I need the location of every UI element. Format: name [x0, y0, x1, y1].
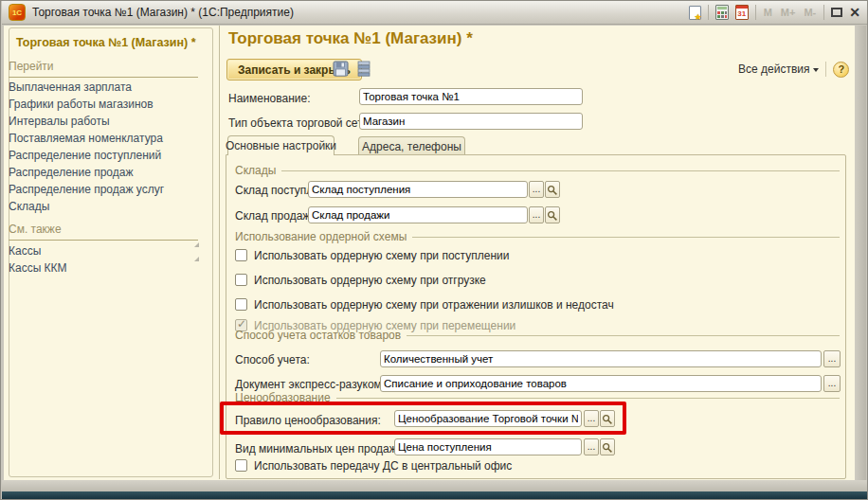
name-input[interactable]: [359, 88, 583, 105]
scroll-grip-icon: [194, 242, 199, 247]
sidebar-item-kkm-cash-desks[interactable]: Кассы ККМ: [9, 261, 67, 275]
sidebar-item-cash-desks[interactable]: Кассы: [9, 244, 41, 258]
order-scheme-receipt-label: Использовать ордерную схему при поступле…: [254, 249, 509, 262]
accounting-method-select-button[interactable]: ...: [823, 350, 841, 367]
sidebar-current-object-link[interactable]: Торговая точка №1 (Магазин) *: [16, 36, 196, 49]
maximize-button[interactable]: [831, 8, 842, 17]
sales-warehouse-select-button[interactable]: ...: [529, 206, 544, 223]
order-scheme-surplus-checkbox[interactable]: [235, 298, 247, 311]
group-stock-accounting: Способ учета остатков товаров: [235, 329, 840, 342]
order-scheme-shipment-label: Использовать ордерную схему при отгрузке: [254, 274, 486, 287]
chevron-down-icon: [813, 68, 819, 72]
memory-m-button: M: [763, 7, 773, 18]
receipt-warehouse-open-button[interactable]: [545, 181, 560, 198]
memory-m-minus-button: M-: [803, 7, 817, 18]
titlebar-separator: [823, 5, 824, 20]
transfer-funds-label: Использовать передачу ДС в центральный о…: [254, 459, 512, 473]
journal-list-icon[interactable]: [357, 61, 371, 77]
sidebar-item-store-schedules[interactable]: Графики работы магазинов: [9, 98, 154, 111]
object-type-input[interactable]: [359, 113, 583, 130]
sidebar-item-supplied-nomenclature[interactable]: Поставляемая номенклатура: [9, 132, 163, 145]
sidebar-item-receipt-distribution[interactable]: Распределение поступлений: [9, 149, 161, 162]
accounting-method-label: Способ учета:: [235, 353, 310, 366]
titlebar-separator: [708, 5, 709, 20]
title-bar: 1С Торговая точка №1 (Магазин) * (1С:Пре…: [2, 1, 868, 25]
object-type-field-label: Тип объекта торговой сети:: [228, 116, 372, 130]
transfer-funds-checkbox[interactable]: [235, 459, 247, 472]
annotation-highlight-box: [220, 402, 626, 435]
sales-warehouse-open-button[interactable]: [545, 206, 560, 223]
app-logo-1c-icon: 1С: [9, 4, 26, 21]
accounting-method-input[interactable]: [380, 350, 822, 367]
window-title: Торговая точка №1 (Магазин) * (1С:Предпр…: [32, 6, 294, 19]
favorites-page-icon[interactable]: ★: [689, 6, 701, 20]
order-scheme-receipt-checkbox[interactable]: [235, 249, 247, 261]
sidebar-item-sales-distribution[interactable]: Распределение продаж: [9, 166, 133, 179]
order-scheme-shipment-checkbox[interactable]: [235, 274, 247, 286]
min-price-kind-label: Вид минимальных цен продажи:: [235, 442, 407, 455]
memory-m-plus-button: M+: [780, 7, 797, 18]
magnifier-icon: [547, 210, 558, 222]
sidebar-section-see-also: См. также: [9, 223, 198, 241]
calendar-icon[interactable]: 31: [735, 5, 749, 20]
titlebar-separator: [755, 5, 756, 20]
group-warehouses: Склады: [235, 164, 840, 177]
sales-warehouse-input[interactable]: [308, 206, 528, 223]
order-scheme-surplus-label: Использовать ордерную схему при отражени…: [254, 298, 614, 312]
sidebar-item-work-intervals[interactable]: Интервалы работы: [9, 115, 110, 128]
min-price-kind-input[interactable]: [394, 438, 582, 455]
close-button[interactable]: ✕: [849, 6, 860, 19]
all-actions-menu[interactable]: Все действия: [738, 62, 819, 76]
receipt-warehouse-select-button[interactable]: ...: [529, 181, 544, 198]
calculator-icon[interactable]: [715, 5, 729, 20]
window-frame-dark-strip: [2, 491, 868, 499]
window-frame-right: [855, 26, 866, 483]
name-field-label: Наименование:: [228, 92, 311, 105]
sidebar-section-go: Перейти: [9, 60, 198, 78]
help-button[interactable]: ?: [833, 62, 849, 78]
group-order-scheme: Использование ордерной схемы: [235, 230, 840, 243]
sidebar-item-service-sales-distribution[interactable]: Распределение продаж услуг: [9, 183, 164, 196]
sidebar-item-warehouses[interactable]: Склады: [9, 200, 49, 213]
express-unpack-doc-select-button[interactable]: ...: [823, 375, 841, 392]
receipt-warehouse-input[interactable]: [308, 181, 528, 198]
app-window: 1С Торговая точка №1 (Магазин) * (1С:Пре…: [0, 0, 868, 500]
express-unpack-doc-input[interactable]: [380, 375, 822, 392]
scroll-grip-icon: [194, 257, 199, 261]
sales-warehouse-label: Склад продажи:: [235, 209, 319, 223]
tab-addresses-phones[interactable]: Адреса, телефоны: [358, 136, 465, 155]
magnifier-icon: [547, 185, 558, 196]
tab-main-settings[interactable]: Основные настройки: [227, 135, 335, 155]
toolbar-separator: [825, 62, 826, 77]
save-icon[interactable]: [333, 61, 349, 77]
sidebar-item-paid-salary[interactable]: Выплаченная зарплата: [9, 80, 132, 94]
min-price-kind-select-button[interactable]: ...: [584, 438, 599, 455]
magnifier-icon: [602, 442, 613, 454]
page-title: Торговая точка №1 (Магазин) *: [228, 29, 473, 48]
min-price-kind-open-button[interactable]: [600, 438, 615, 455]
